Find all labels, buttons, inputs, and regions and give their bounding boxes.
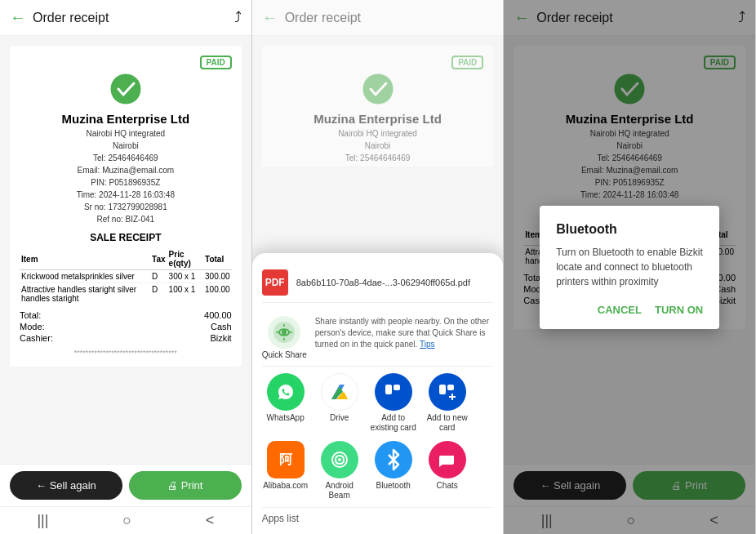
add-existing-label: Add to existing card <box>370 413 417 433</box>
nav-back-1[interactable]: < <box>206 512 215 529</box>
tips-link[interactable]: Tips <box>420 340 435 349</box>
whatsapp-label: WhatsApp <box>267 413 305 423</box>
row1-item: Krickwood metalsprinkles silver <box>20 270 150 283</box>
header-title-2: Order receipt <box>285 11 494 25</box>
svg-rect-10 <box>394 385 400 390</box>
paid-badge-1: PAID <box>200 56 232 69</box>
share-app-drive[interactable]: Drive <box>316 373 363 433</box>
whatsapp-icon <box>267 373 305 411</box>
receipt-card-1: PAID Muzina Enterprise Ltd Nairobi HQ in… <box>10 46 242 367</box>
sell-again-button-1[interactable]: ← Sell again <box>10 471 122 500</box>
quick-share-circle <box>268 316 300 349</box>
paid-badge-row-1: PAID <box>20 56 232 69</box>
bluetooth-dialog: Bluetooth Turn on Bluetooth to enable Bi… <box>540 206 719 329</box>
share-apps-grid-1: WhatsApp Drive <box>262 373 494 433</box>
col-price: Pric e(qty) <box>167 248 203 270</box>
receipt-area-1: PAID Muzina Enterprise Ltd Nairobi HQ in… <box>0 36 251 464</box>
mode-row: Mode: Cash <box>20 321 232 332</box>
chats-icon <box>429 441 466 478</box>
share-app-add-existing[interactable]: Add to existing card <box>370 373 417 433</box>
share-app-android-beam[interactable]: Android Beam <box>316 441 363 501</box>
quick-share-icon <box>273 321 296 344</box>
add-existing-icon <box>375 373 412 411</box>
share-app-add-new[interactable]: Add to new card <box>424 373 471 433</box>
company-sr: Sr no: 1732799028981 <box>20 201 232 213</box>
drive-icon <box>321 373 358 411</box>
col-tax: Tax <box>150 248 167 270</box>
bluetooth-icon <box>375 441 412 478</box>
col-total: Total <box>203 248 232 270</box>
cashier-row: Cashier: Bizkit <box>20 332 232 344</box>
share-icon-1[interactable]: ⤴ <box>234 9 242 26</box>
share-app-chats[interactable]: Chats <box>424 441 471 501</box>
table-row: Krickwood metalsprinkles silver D 300 x … <box>20 270 232 283</box>
apps-list-label[interactable]: Apps list <box>262 507 494 524</box>
cashier-value: Bizkit <box>210 333 231 343</box>
svg-point-16 <box>338 458 341 461</box>
company-tel: Tel: 25464646469 <box>20 152 232 164</box>
add-new-label: Add to new card <box>424 413 471 433</box>
svg-point-3 <box>282 330 287 335</box>
share-file-row: PDF 8ab6b110-70a8-4dae-...3-062940ff065d… <box>262 263 494 303</box>
bluetooth-turn-on-button[interactable]: TURN ON <box>655 300 703 319</box>
nav-menu-1[interactable]: ||| <box>37 512 48 529</box>
bluetooth-label: Bluetooth <box>376 481 411 491</box>
check-circle-1 <box>20 73 232 105</box>
col-item: Item <box>20 248 150 270</box>
check-icon-svg-1 <box>109 73 142 105</box>
share-app-bluetooth[interactable]: Bluetooth <box>370 441 417 501</box>
total-label: Total: <box>20 310 41 320</box>
company-city: Nairobi <box>20 140 232 152</box>
row2-total: 100.00 <box>203 283 232 305</box>
total-row: Total: 400.00 <box>20 309 232 321</box>
company-email: Email: Muzina@email.com <box>20 164 232 176</box>
receipt-totals-1: Total: 400.00 Mode: Cash Cashier: Bizkit <box>20 309 232 344</box>
dimmed-receipt-2: PAID Muzina Enterprise Ltd Nairobi HQ in… <box>252 36 504 167</box>
drive-label: Drive <box>330 413 349 423</box>
svg-rect-9 <box>385 385 392 394</box>
cashier-label: Cashier: <box>20 333 53 343</box>
android-beam-label: Android Beam <box>316 481 363 501</box>
svg-rect-11 <box>439 385 446 394</box>
company-hq: Nairobi HQ integrated <box>20 127 232 140</box>
receipt-table-1: Item Tax Pric e(qty) Total Krickwood met… <box>20 248 232 305</box>
nav-home-1[interactable]: ○ <box>122 512 131 529</box>
share-app-whatsapp[interactable]: WhatsApp <box>262 373 309 433</box>
check-icon-svg-2 <box>362 73 394 105</box>
quick-share-label: Quick Share <box>262 350 307 359</box>
bluetooth-cancel-button[interactable]: CANCEL <box>598 300 642 319</box>
share-overlay: PDF 8ab6b110-70a8-4dae-...3-062940ff065d… <box>252 253 504 534</box>
back-icon-2[interactable]: ← <box>262 8 278 27</box>
back-icon-1[interactable]: ← <box>10 8 26 27</box>
quick-share-row[interactable]: Quick Share Share instantly with people … <box>262 309 494 367</box>
svg-point-1 <box>362 73 394 105</box>
company-name-1: Muzina Enterprise Ltd <box>20 112 232 126</box>
header-2: ← Order receipt <box>252 0 504 36</box>
quick-share-desc: Share instantly with people nearby. On t… <box>315 316 494 350</box>
bluetooth-dialog-backdrop: Bluetooth Turn on Bluetooth to enable Bi… <box>504 0 755 534</box>
share-app-alibaba[interactable]: 阿 Alibaba.com <box>262 441 309 501</box>
total-value: 400.00 <box>204 310 232 320</box>
bluetooth-dialog-buttons: CANCEL TURN ON <box>556 300 703 319</box>
panel-3: ← Order receipt ⤴ PAID Muzina Enterprise… <box>504 0 756 534</box>
chats-label: Chats <box>437 481 458 491</box>
pdf-icon: PDF <box>262 269 288 296</box>
add-new-icon <box>429 373 466 411</box>
sale-receipt-title-1: SALE RECEIPT <box>20 232 232 243</box>
mode-value: Cash <box>211 322 232 332</box>
panel-2: ← Order receipt PAID Muzina Enterprise L… <box>252 0 505 534</box>
company-pin: PIN: P051896935Z <box>20 176 232 189</box>
bluetooth-dialog-title: Bluetooth <box>556 222 703 237</box>
row1-total: 300.00 <box>203 270 232 283</box>
svg-point-0 <box>110 73 141 105</box>
file-name: 8ab6b110-70a8-4dae-...3-062940ff065d.pdf <box>296 278 470 287</box>
row1-tax: D <box>150 270 167 283</box>
row2-item: Attractive handles staright silver handl… <box>20 283 150 305</box>
header-1: ← Order receipt ⤴ <box>0 0 251 36</box>
print-button-1[interactable]: 🖨 Print <box>129 471 242 500</box>
android-beam-icon <box>321 441 358 478</box>
header-title-1: Order receipt <box>33 11 234 25</box>
share-apps-grid-2: 阿 Alibaba.com Android Beam <box>262 441 494 501</box>
bottom-buttons-1: ← Sell again 🖨 Print <box>0 464 251 506</box>
mode-label: Mode: <box>20 322 45 332</box>
